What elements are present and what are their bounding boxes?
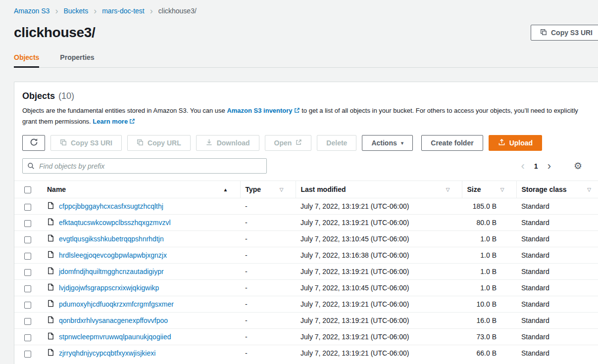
search-box [22,158,267,174]
row-checkbox[interactable] [24,236,31,243]
object-size: 16.0 B [462,313,516,329]
column-label-type: Type [246,185,261,193]
current-page[interactable]: 1 [534,162,538,170]
objects-panel-header: Objects (10) [22,91,589,101]
refresh-button[interactable] [22,135,45,151]
row-checkbox[interactable] [24,302,31,309]
search-icon [27,162,35,171]
object-storage-class: Standard [516,264,598,280]
row-checkbox[interactable] [24,220,31,227]
object-type: - [240,198,296,215]
table-row: jdomfndjhquiltmgghcnzautadigiypr - July … [14,264,598,280]
object-storage-class: Standard [516,313,598,329]
copy-icon [540,29,547,37]
object-storage-class: Standard [516,247,598,264]
row-checkbox[interactable] [24,334,31,341]
object-link[interactable]: jdomfndjhquiltmgghcnzautadigiypr [59,268,164,275]
object-storage-class: Standard [516,231,598,247]
tabs: Objects Properties [14,53,598,68]
next-page-icon[interactable]: › [548,161,551,172]
sort-icon[interactable]: ▽ [446,187,450,192]
copy-url-button[interactable]: Copy URL [127,135,191,151]
object-link[interactable]: stpnwcleepmvruwwqlpaunukjqogiied [59,333,171,341]
row-checkbox[interactable] [24,318,31,325]
table-header-row: Name▲ Type▽ Last modified▽ Size▽ Storage… [14,181,598,198]
row-checkbox[interactable] [24,204,31,211]
page-title: clickhouse3/ [14,25,95,41]
column-header-size[interactable]: Size▽ [462,181,516,198]
sort-icon[interactable]: ▽ [280,187,284,192]
row-checkbox[interactable] [24,285,31,292]
breadcrumb-separator-icon: › [55,7,58,14]
upload-button[interactable]: Upload [489,135,542,151]
object-size: 1.0 B [462,231,516,247]
search-input[interactable] [22,158,267,174]
file-icon [47,283,54,292]
row-checkbox[interactable] [24,351,31,358]
object-last-modified: July 7, 2022, 13:19:21 (UTC-06:00) [296,329,462,345]
tab-objects[interactable]: Objects [14,53,39,67]
object-last-modified: July 7, 2022, 13:19:21 (UTC-06:00) [296,296,462,313]
object-type: - [240,264,296,280]
file-icon [47,349,54,358]
breadcrumb-amazon-s3[interactable]: Amazon S3 [14,7,50,15]
object-link[interactable]: efktaqtucswkcowpclbsszhqxgzmvzvl [59,219,171,227]
table-row: zjrryqhdnjycypcqbtfxyxwjisjkiexi - July … [14,345,598,362]
actions-dropdown-button[interactable]: Actions ▾ [362,135,413,151]
object-link[interactable]: zjrryqhdnjycypcqbtfxyxwjisjkiexi [59,349,155,357]
pagination: ‹ 1 › ⚙ [521,161,583,172]
sort-icon[interactable]: ▽ [587,187,591,192]
create-folder-label: Create folder [431,139,473,147]
objects-count: (10) [58,91,74,101]
object-size: 1.0 B [462,247,516,264]
page-header: clickhouse3/ Copy S3 URI [14,25,598,41]
open-button[interactable]: Open [265,135,312,151]
objects-search-row: ‹ 1 › ⚙ [22,158,589,174]
sort-icon[interactable]: ▽ [500,187,504,192]
create-folder-button[interactable]: Create folder [421,135,483,151]
breadcrumb-buckets[interactable]: Buckets [63,7,88,15]
select-all-checkbox[interactable] [24,186,31,193]
object-link[interactable]: lvjdjgojwfsgrappscrxixwjqkigwikp [59,284,159,292]
column-label-last-modified: Last modified [301,185,346,193]
object-link[interactable]: evgtlqusgiksshkubetrqqpshnrhdtjn [59,235,164,243]
object-size: 1.0 B [462,280,516,296]
objects-panel: Objects (10) Objects are the fundamental… [14,82,598,364]
object-type: - [240,215,296,231]
file-icon [47,218,54,227]
sort-ascending-icon[interactable]: ▲ [223,187,228,192]
object-last-modified: July 7, 2022, 13:19:21 (UTC-06:00) [296,345,462,362]
column-header-type[interactable]: Type▽ [240,181,296,198]
gear-icon[interactable]: ⚙ [574,161,582,171]
column-header-name[interactable]: Name▲ [42,181,240,198]
column-header-storage-class[interactable]: Storage class▽ [516,181,598,198]
copy-s3-uri-button-top[interactable]: Copy S3 URI [531,25,598,41]
object-link[interactable]: qonbrdxrhlvysanacgenexpffovvfpoo [59,317,168,324]
inventory-link[interactable]: Amazon S3 inventory [227,107,299,114]
breadcrumb-separator-icon: › [150,7,153,14]
breadcrumb-separator-icon: › [94,7,97,14]
column-label-name: Name [47,185,66,193]
download-button[interactable]: Download [196,135,259,151]
tab-properties[interactable]: Properties [60,53,94,67]
object-link[interactable]: cfppcjbbggayhcxcasfxsugtzhcqlthj [59,202,163,210]
breadcrumb-bucket[interactable]: mars-doc-test [102,7,145,15]
object-type: - [240,231,296,247]
object-size: 66.0 B [462,345,516,362]
object-link[interactable]: pdumoxyhjcdfuoqkrzxmfcrgmfgsxmer [59,300,174,308]
external-link-icon [296,139,302,147]
table-row: cfppcjbbggayhcxcasfxsugtzhcqlthj - July … [14,198,598,215]
learn-more-link[interactable]: Learn more [93,118,135,125]
row-checkbox[interactable] [24,253,31,260]
breadcrumb: Amazon S3 › Buckets › mars-doc-test › cl… [14,7,598,15]
previous-page-icon[interactable]: ‹ [521,161,525,172]
delete-button[interactable]: Delete [317,135,356,151]
copy-url-label: Copy URL [148,139,181,147]
copy-s3-uri-button[interactable]: Copy S3 URI [50,135,122,151]
row-checkbox[interactable] [24,269,31,276]
object-type: - [240,345,296,362]
object-link[interactable]: hrdlsleegjoqevcogbpwlapwbjxgnzjx [59,251,167,259]
object-storage-class: Standard [516,345,598,362]
column-header-last-modified[interactable]: Last modified▽ [296,181,462,198]
download-icon [205,138,213,147]
